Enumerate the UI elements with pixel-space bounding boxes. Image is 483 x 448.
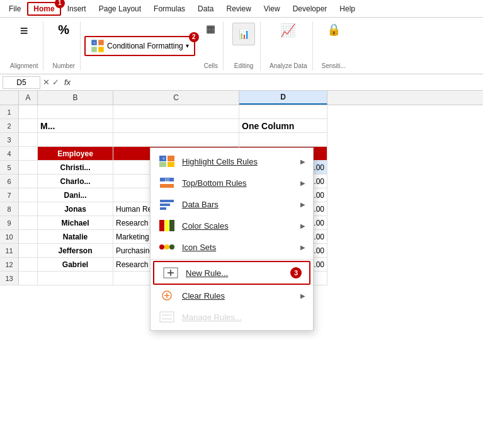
topbottom-arrow: ▶ [300,180,305,187]
svg-rect-17 [165,220,169,231]
newrule-badge: 3 [290,267,302,279]
svg-text:<: < [162,156,165,161]
cf-badge: 2 [189,32,199,42]
dropdown-item-iconsets[interactable]: Icon Sets ▶ [151,236,313,258]
fx-label: fx [62,78,73,87]
divider-1 [151,259,313,260]
cf-arrow: ▾ [186,42,189,49]
table-row: 1 [0,105,483,119]
alignment-group: ≡ Alignment [5,21,43,71]
checkmark-icon[interactable]: ✓ [52,78,59,87]
cells-group: ▦ Cells [199,21,224,71]
alignment-label: Alignment [10,62,38,69]
sensitivity-group: 🔒 Sensiti... [317,21,351,71]
svg-text:<: < [93,41,96,45]
svg-text:10: 10 [164,178,169,182]
newrule-label: New Rule... [186,268,284,278]
svg-rect-13 [160,200,174,202]
dropdown-item-databars[interactable]: Data Bars ▶ [151,193,313,215]
managerules-icon [158,310,176,324]
menu-insert[interactable]: Insert [61,2,93,16]
dropdown-item-managerules[interactable]: Manage Rules... [151,306,313,328]
svg-rect-7 [159,162,166,167]
table-row: 3 [0,133,483,147]
formula-input[interactable] [76,78,480,87]
menu-data[interactable]: Data [191,2,220,16]
databars-label: Data Bars [182,200,294,209]
dropdown-item-colorscales[interactable]: Color Scales ▶ [151,215,313,236]
cf-icon: < [91,39,105,53]
highlight-cells-arrow: ▶ [300,158,305,165]
svg-rect-3 [98,47,104,52]
editing-label: Editing [234,62,254,69]
svg-rect-28 [160,312,174,322]
highlight-cells-label: Highlight Cells Rules [182,157,294,166]
analyze-label: Analyze Data [270,62,307,69]
menu-review[interactable]: Review [220,2,257,16]
menu-formulas[interactable]: Formulas [147,2,191,16]
iconsets-arrow: ▶ [300,244,305,251]
colorscales-arrow: ▶ [300,222,305,229]
alignment-icon: ≡ [20,23,28,39]
menu-file[interactable]: File [3,2,27,16]
databars-icon [158,197,176,211]
col-header-d[interactable]: D [239,91,327,105]
svg-rect-1 [98,40,104,45]
svg-rect-15 [160,207,166,210]
corner-cell [0,91,19,105]
topbottom-icon: 10 [158,176,176,190]
col-header-b[interactable]: B [38,91,113,105]
menu-home[interactable]: Home 1 [27,2,60,16]
iconsets-icon [158,240,176,254]
iconsets-label: Icon Sets [182,243,294,252]
dropdown-item-topbottom[interactable]: 10 Top/Bottom Rules ▶ [151,172,313,193]
conditional-formatting-dropdown: < Highlight Cells Rules ▶ 10 Top/Bottom … [150,147,314,331]
col-header-c[interactable]: C [113,91,239,105]
cf-label: Conditional Formatting [107,42,183,50]
colorscales-label: Color Scales [182,221,294,231]
clearrules-arrow: ▶ [300,292,305,299]
svg-rect-6 [168,156,174,161]
conditional-formatting-button[interactable]: < Conditional Formatting ▾ 2 [84,36,195,56]
menu-pagelayout[interactable]: Page Layout [93,2,147,16]
analyze-data-group: 📈 Analyze Data [264,21,312,71]
colorscales-icon [158,219,176,233]
dropdown-item-newrule[interactable]: New Rule... 3 [153,261,310,285]
newrule-icon [162,266,179,280]
managerules-label: Manage Rules... [182,313,305,322]
dropdown-item-highlight[interactable]: < Highlight Cells Rules ▶ [151,151,313,172]
svg-rect-2 [91,47,97,52]
svg-rect-18 [169,220,174,231]
databars-arrow: ▶ [300,201,305,208]
table-row: 2 M... One Column [0,119,483,133]
analyze-icon: 📈 [280,23,296,38]
number-group: % Number [47,21,81,71]
sensitivity-label: Sensiti... [322,62,346,69]
menu-help[interactable]: Help [333,2,361,16]
svg-rect-8 [168,162,174,167]
svg-rect-14 [160,204,170,206]
svg-point-19 [159,244,164,250]
svg-rect-16 [159,220,164,231]
clearrules-label: Clear Rules [182,291,294,301]
cells-icon: ▦ [206,23,215,35]
editing-group: 📊 Editing [227,21,261,71]
dropdown-item-clearrules[interactable]: Clear Rules ▶ [151,285,313,306]
svg-point-20 [164,244,169,250]
cell-reference-box[interactable] [3,76,40,89]
sensitivity-icon: 🔒 [327,23,341,37]
cancel-icon[interactable]: ✕ [43,78,50,87]
highlight-cells-icon: < [158,154,176,168]
number-label: Number [52,62,75,69]
svg-point-21 [169,244,174,250]
menu-view[interactable]: View [258,2,287,16]
col-header-a[interactable]: A [19,91,38,105]
menu-developer[interactable]: Developer [287,2,334,16]
topbottom-label: Top/Bottom Rules [182,178,294,188]
svg-rect-12 [160,184,174,188]
number-icon: % [58,23,69,37]
editing-icon: 📊 [232,23,255,45]
clearrules-icon [158,289,176,302]
cells-label: Cells [204,62,218,69]
home-badge: 1 [55,0,65,8]
